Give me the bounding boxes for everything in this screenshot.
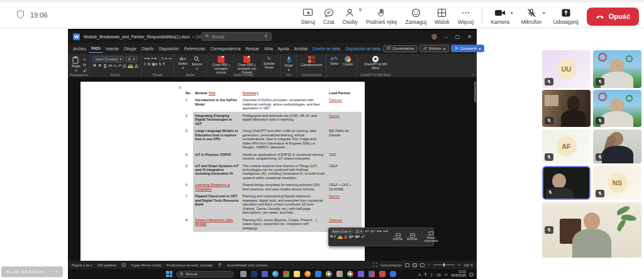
web-layout-icon[interactable] [420, 263, 425, 267]
indent-icons[interactable]: ⇤⇥ [165, 56, 171, 60]
mini-font-color-icon[interactable]: A [344, 234, 348, 238]
italic-icon[interactable]: K [98, 63, 102, 67]
notification-center-icon[interactable] [469, 268, 474, 279]
participant-tile-avatar[interactable]: AF [542, 129, 591, 163]
zoom-out-button[interactable]: − [47, 269, 51, 275]
print-layout-icon[interactable] [413, 263, 417, 267]
tray-device-icon[interactable]: ▯ [430, 272, 432, 276]
tab-diseno-de-tabla[interactable]: Diseño de tabla [310, 45, 343, 53]
control-react-button[interactable]: Zareaguj [406, 8, 427, 25]
tray-clock[interactable]: 12:2206/06/2025 [451, 270, 466, 278]
tab-referencias[interactable]: Referencias [182, 45, 208, 53]
leave-meeting-button[interactable]: Opuść [587, 8, 639, 26]
addins-button[interactable]: Complementos [300, 56, 324, 67]
document-scrollbar[interactable] [474, 81, 476, 102]
paste-button[interactable]: Pegar▾ [70, 56, 81, 73]
participant-tile-video-wide[interactable] [542, 202, 641, 258]
ribbon-collapse-icon[interactable]: ⌄ [472, 72, 475, 76]
editing-button[interactable]: Edición▾ [191, 56, 203, 71]
styles-button[interactable]: A⌁ Estilos▾ [177, 56, 189, 70]
maximize-button[interactable]: ▢ [455, 34, 460, 40]
numbered-list-icon[interactable]: ≕▾ [151, 56, 157, 60]
tab-ayuda[interactable]: Ayuda [275, 45, 292, 53]
share-document-button[interactable]: Compartir ▾ [451, 45, 484, 52]
mini-numbering-icon[interactable]: ≕▾ [382, 229, 387, 233]
zoom-in-button[interactable]: + [55, 269, 58, 275]
participant-tile-video[interactable] [542, 90, 591, 127]
sort-icon[interactable]: ⇅ [158, 62, 162, 66]
text-predictions[interactable]: Predicciones de texto: activado [167, 263, 213, 267]
app-icon[interactable] [390, 271, 396, 277]
mini-bold-icon[interactable]: N [330, 234, 333, 238]
participant-tile-avatar[interactable]: UU [542, 50, 591, 88]
subscript-icon[interactable]: x₂ [114, 63, 117, 67]
participant-tile-video-active-speaker[interactable] [542, 166, 591, 200]
app-icon[interactable] [326, 271, 332, 277]
zoom-slider[interactable] [433, 265, 455, 265]
close-button[interactable]: ✕ [467, 34, 472, 40]
table-move-handle[interactable]: ⊞ [179, 85, 182, 89]
delete-cells-button[interactable]: Eliminar [406, 229, 419, 245]
insert-cells-button[interactable]: Insertar [392, 229, 404, 245]
module-table[interactable]: No. Module Title Summary Lead Partner 1 … [184, 89, 362, 232]
chatgpt-button[interactable]: ✱ ChatGPT for MS Word [360, 56, 391, 70]
page-indicator[interactable]: Página 1 de 1 [72, 263, 92, 267]
minimize-button[interactable]: – [445, 34, 447, 40]
shading-icon[interactable]: ▦▾ [152, 62, 157, 66]
tab-acrobat[interactable]: Acrobat [291, 45, 310, 53]
tab-archivo[interactable]: Archivo [70, 45, 89, 53]
tab-correspondencia[interactable]: Correspondencia [208, 45, 243, 53]
superscript-icon[interactable]: x² [118, 63, 121, 67]
control-share-control-button[interactable]: Steruj [301, 8, 315, 25]
format-painter-icon[interactable]: 🖌 [83, 68, 87, 72]
underline-icon[interactable]: S [103, 63, 107, 67]
taskbar-search[interactable]: Buscar [176, 271, 234, 278]
tab-revisar[interactable]: Revisar [243, 45, 261, 53]
app-icon[interactable] [358, 271, 364, 277]
align-left-icon[interactable]: ≡ [144, 62, 147, 66]
control-more-button[interactable]: Więcej [458, 8, 474, 25]
cut-icon[interactable]: ✂ [83, 57, 87, 62]
control-raise-hand-button[interactable]: Podnieś rękę [366, 8, 397, 25]
accessibility-status[interactable]: Accesibilidad: todo correcto [227, 263, 268, 267]
mini-shading-icon[interactable]: ▨▾ [348, 234, 353, 238]
tray-volume-icon[interactable]: ◁)) [436, 272, 441, 276]
participant-tile-video[interactable] [593, 90, 641, 127]
tab-diseno[interactable]: Diseño [139, 45, 157, 53]
app-icon[interactable] [315, 271, 321, 277]
tab-vista[interactable]: Vista [262, 45, 275, 53]
font-name-combo[interactable]: Aptos (Cuerpo) ▾ [92, 56, 124, 62]
word-count[interactable]: 264 palabras [97, 263, 117, 267]
dictate-button[interactable]: Dictar▾ [284, 56, 294, 72]
tab-dibujar[interactable]: Dibujar [121, 45, 139, 53]
camera-toggle-button[interactable]: Kamera [491, 8, 509, 25]
app-icon[interactable] [272, 271, 279, 277]
mini-font-name-combo[interactable]: Aptos (Cuer ▾ [330, 229, 353, 234]
start-button[interactable] [166, 271, 172, 277]
create-pdf-outlook-button[interactable]: Crear PDF y compartir con Outlook [235, 56, 258, 74]
zoom-slider-thumb[interactable] [443, 263, 445, 266]
strikethrough-icon[interactable]: ab [108, 63, 113, 67]
mini-borders-icon[interactable]: ▦▾ [355, 234, 360, 238]
read-mode-icon[interactable] [405, 263, 409, 267]
mini-font-size-combo[interactable]: 11 ▾ [354, 229, 364, 234]
app-icon[interactable] [294, 271, 300, 277]
create-pdf-link-button[interactable]: Crear PDF y compartir vínculo [209, 56, 233, 74]
share-screen-button[interactable]: Udostępnij [553, 8, 579, 25]
request-signatures-button[interactable]: ✎ Solicitar firmas [260, 56, 277, 70]
zoom-level[interactable]: 100 % [464, 263, 473, 267]
editing-mode-button[interactable]: Edición ▾ [419, 45, 449, 52]
bullet-list-icon[interactable]: ≔▾ [144, 56, 150, 60]
new-comment-button[interactable]: Nuevo comentario [423, 229, 440, 245]
app-icon[interactable] [262, 271, 268, 277]
zoom-in-icon[interactable]: + [458, 263, 460, 267]
participant-tile-video[interactable] [593, 50, 641, 88]
app-icon[interactable] [347, 271, 353, 277]
text-effects-icon[interactable]: A [135, 63, 138, 67]
shrink-font-icon[interactable]: A˅ [370, 229, 375, 233]
copilot-button[interactable]: Copilot [341, 56, 354, 67]
editor-button[interactable]: A✎ Editor [329, 56, 340, 66]
tab-disposicion-de-tabla[interactable]: Disposición de tabla [343, 45, 383, 53]
align-center-icon[interactable]: ≣ [147, 62, 150, 66]
control-people-button[interactable]: 9 Osoby [342, 8, 358, 25]
